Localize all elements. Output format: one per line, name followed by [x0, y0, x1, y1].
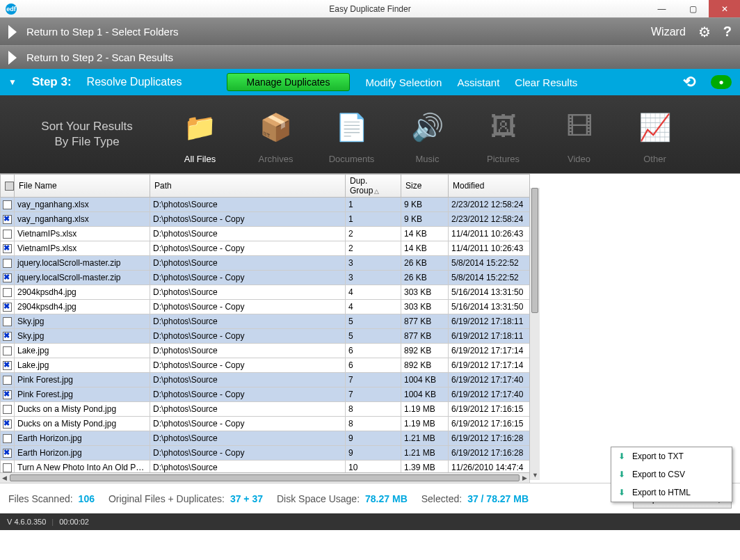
- row-checkbox-cell[interactable]: [1, 358, 15, 373]
- checkbox-icon[interactable]: [3, 419, 12, 429]
- checkbox-icon[interactable]: [3, 215, 12, 224]
- cell-size: 9 KB: [401, 212, 449, 227]
- row-checkbox-cell[interactable]: [1, 344, 15, 358]
- checkbox-icon[interactable]: [3, 449, 12, 458]
- row-checkbox-cell[interactable]: [1, 431, 15, 446]
- row-checkbox-cell[interactable]: [1, 212, 15, 227]
- undo-icon[interactable]: [683, 73, 695, 91]
- table-row[interactable]: Lake.jpgD:\photos\Source - Copy6892 KB6/…: [1, 358, 530, 373]
- header-filename[interactable]: File Name: [15, 175, 150, 198]
- table-row[interactable]: Lake.jpgD:\photos\Source6892 KB6/19/2012…: [1, 344, 530, 358]
- table-row[interactable]: Earth Horizon.jpgD:\photos\Source91.21 M…: [1, 431, 530, 446]
- filter-cat-documents[interactable]: 📄Documents: [319, 104, 385, 164]
- header-dup-group[interactable]: Dup. Group△: [346, 175, 401, 198]
- checkbox-icon[interactable]: [3, 259, 12, 268]
- checkbox-icon[interactable]: [3, 317, 12, 326]
- table-row[interactable]: Ducks on a Misty Pond.jpgD:\photos\Sourc…: [1, 417, 530, 431]
- header-modified[interactable]: Modified: [449, 175, 530, 198]
- checkbox-icon[interactable]: [3, 405, 12, 414]
- clear-results-link[interactable]: Clear Results: [515, 77, 577, 88]
- row-checkbox-cell[interactable]: [1, 402, 15, 417]
- table-row[interactable]: 2904kpsdh4.jpgD:\photos\Source - Copy430…: [1, 300, 530, 314]
- window-buttons: — ▢ ✕: [646, 0, 740, 17]
- row-checkbox-cell[interactable]: [1, 256, 15, 271]
- table-row[interactable]: Ducks on a Misty Pond.jpgD:\photos\Sourc…: [1, 402, 530, 417]
- table-row[interactable]: 2904kpsdh4.jpgD:\photos\Source4303 KB5/1…: [1, 285, 530, 300]
- table-row[interactable]: jquery.localScroll-master.zipD:\photos\S…: [1, 256, 530, 271]
- table-row[interactable]: Sky.jpgD:\photos\Source - Copy5877 KB6/1…: [1, 329, 530, 344]
- table-row[interactable]: Pink Forest.jpgD:\photos\Source - Copy71…: [1, 387, 530, 402]
- preview-toggle-icon[interactable]: ●: [711, 75, 732, 89]
- checkbox-icon[interactable]: [3, 230, 12, 239]
- modify-selection-link[interactable]: Modify Selection: [365, 77, 442, 88]
- filter-cat-video[interactable]: 🎞Video: [546, 104, 612, 164]
- table-row[interactable]: VietnamIPs.xlsxD:\photos\Source - Copy21…: [1, 241, 530, 256]
- cell-group: 7: [346, 373, 401, 387]
- scroll-right-arrow-icon[interactable]: ▶: [522, 474, 527, 481]
- table-row[interactable]: VietnamIPs.xlsxD:\photos\Source214 KB11/…: [1, 227, 530, 241]
- cell-size: 892 KB: [401, 358, 449, 373]
- row-checkbox-cell[interactable]: [1, 417, 15, 431]
- wizard-link[interactable]: Wizard: [651, 26, 686, 38]
- cell-group: 1: [346, 198, 401, 212]
- table-row[interactable]: Pink Forest.jpgD:\photos\Source71004 KB6…: [1, 373, 530, 387]
- checkbox-icon[interactable]: [3, 346, 12, 355]
- minimize-button[interactable]: —: [646, 0, 677, 17]
- checkbox-icon[interactable]: [3, 273, 12, 282]
- row-checkbox-cell[interactable]: [1, 227, 15, 241]
- help-icon[interactable]: [723, 24, 732, 40]
- row-checkbox-cell[interactable]: [1, 285, 15, 300]
- scroll-left-arrow-icon[interactable]: ◀: [2, 474, 7, 481]
- checkbox-icon[interactable]: [3, 244, 12, 253]
- assistant-link[interactable]: Assistant: [457, 77, 499, 88]
- filter-cat-music[interactable]: 🔊Music: [394, 104, 460, 164]
- vertical-scrollbar[interactable]: ▲ ▼: [529, 188, 540, 480]
- row-checkbox-cell[interactable]: [1, 387, 15, 402]
- step2-bar[interactable]: Return to Step 2 - Scan Results: [0, 45, 740, 69]
- cell-modified: 11/4/2011 10:26:43: [449, 241, 530, 256]
- checkbox-icon[interactable]: [3, 361, 12, 370]
- table-row[interactable]: Earth Horizon.jpgD:\photos\Source - Copy…: [1, 446, 530, 461]
- filter-cat-all-files[interactable]: 📁All Files: [167, 104, 233, 164]
- scroll-thumb-h[interactable]: [10, 474, 520, 481]
- filter-cat-other[interactable]: 📈Other: [622, 104, 688, 164]
- checkbox-icon[interactable]: [3, 376, 12, 385]
- filter-cat-pictures[interactable]: 🖼Pictures: [470, 104, 536, 164]
- manage-duplicates-button[interactable]: Manage Duplicates: [227, 73, 351, 91]
- export-csv-item[interactable]: ⬇Export to CSV: [611, 465, 732, 483]
- row-checkbox-cell[interactable]: [1, 271, 15, 285]
- close-button[interactable]: ✕: [709, 0, 740, 17]
- checkbox-icon[interactable]: [3, 463, 12, 472]
- row-checkbox-cell[interactable]: [1, 198, 15, 212]
- table-row[interactable]: vay_nganhang.xlsxD:\photos\Source - Copy…: [1, 212, 530, 227]
- checkbox-icon[interactable]: [3, 390, 12, 399]
- export-html-item[interactable]: ⬇Export to HTML: [611, 483, 732, 502]
- maximize-button[interactable]: ▢: [677, 0, 709, 17]
- step1-bar[interactable]: Return to Step 1 - Select Folders Wizard: [0, 17, 740, 45]
- row-checkbox-cell[interactable]: [1, 241, 15, 256]
- header-checkbox-cell[interactable]: [1, 175, 15, 198]
- cell-filename: Sky.jpg: [15, 314, 150, 329]
- scroll-thumb[interactable]: [531, 188, 538, 313]
- checkbox-icon[interactable]: [3, 332, 12, 341]
- header-path[interactable]: Path: [150, 175, 346, 198]
- checkbox-icon[interactable]: [3, 434, 12, 443]
- cell-modified: 5/16/2014 13:31:50: [449, 300, 530, 314]
- header-size[interactable]: Size: [401, 175, 449, 198]
- row-checkbox-cell[interactable]: [1, 300, 15, 314]
- table-row[interactable]: jquery.localScroll-master.zipD:\photos\S…: [1, 271, 530, 285]
- row-checkbox-cell[interactable]: [1, 314, 15, 329]
- horizontal-scrollbar[interactable]: ◀ ▶: [0, 472, 529, 483]
- table-row[interactable]: Sky.jpgD:\photos\Source5877 KB6/19/2012 …: [1, 314, 530, 329]
- row-checkbox-cell[interactable]: [1, 373, 15, 387]
- filter-cat-archives[interactable]: 📦Archives: [243, 104, 309, 164]
- table-row[interactable]: vay_nganhang.xlsxD:\photos\Source19 KB2/…: [1, 198, 530, 212]
- checkbox-icon[interactable]: [3, 288, 12, 297]
- row-checkbox-cell[interactable]: [1, 446, 15, 461]
- row-checkbox-cell[interactable]: [1, 329, 15, 344]
- scroll-down-arrow-icon[interactable]: ▼: [532, 472, 538, 479]
- checkbox-icon[interactable]: [3, 303, 12, 312]
- checkbox-icon[interactable]: [3, 200, 12, 209]
- settings-gear-icon[interactable]: [698, 24, 711, 40]
- export-txt-item[interactable]: ⬇Export to TXT: [611, 447, 732, 465]
